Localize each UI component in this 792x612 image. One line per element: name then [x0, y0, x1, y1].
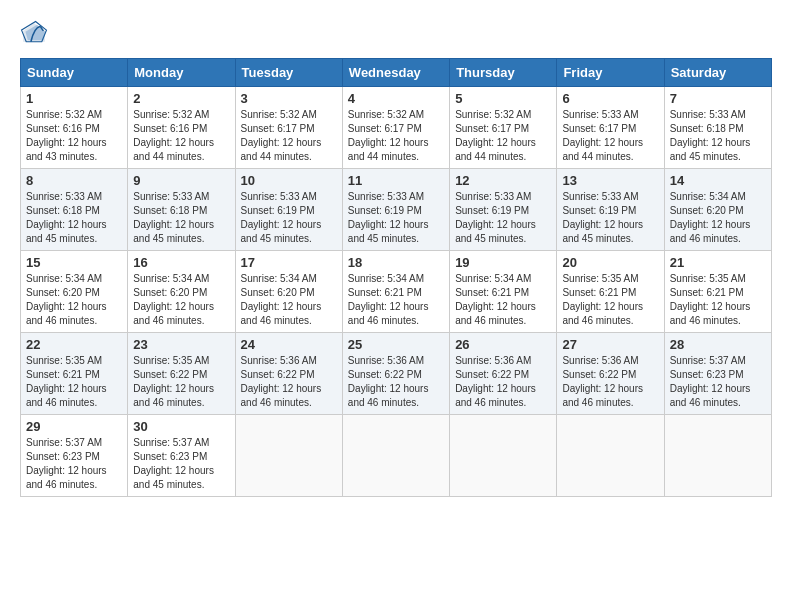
calendar-empty-cell — [664, 415, 771, 497]
calendar-empty-cell — [450, 415, 557, 497]
day-info: Sunrise: 5:32 AM Sunset: 6:17 PM Dayligh… — [348, 108, 444, 164]
calendar-day-cell: 30 Sunrise: 5:37 AM Sunset: 6:23 PM Dayl… — [128, 415, 235, 497]
weekday-header: Sunday — [21, 59, 128, 87]
day-info: Sunrise: 5:33 AM Sunset: 6:19 PM Dayligh… — [348, 190, 444, 246]
day-info: Sunrise: 5:33 AM Sunset: 6:18 PM Dayligh… — [670, 108, 766, 164]
day-info: Sunrise: 5:32 AM Sunset: 6:16 PM Dayligh… — [133, 108, 229, 164]
day-number: 16 — [133, 255, 229, 270]
calendar-day-cell: 5 Sunrise: 5:32 AM Sunset: 6:17 PM Dayli… — [450, 87, 557, 169]
calendar-day-cell: 10 Sunrise: 5:33 AM Sunset: 6:19 PM Dayl… — [235, 169, 342, 251]
logo-icon — [20, 20, 48, 48]
day-info: Sunrise: 5:36 AM Sunset: 6:22 PM Dayligh… — [455, 354, 551, 410]
day-number: 26 — [455, 337, 551, 352]
day-info: Sunrise: 5:33 AM Sunset: 6:19 PM Dayligh… — [241, 190, 337, 246]
calendar-day-cell: 18 Sunrise: 5:34 AM Sunset: 6:21 PM Dayl… — [342, 251, 449, 333]
day-number: 24 — [241, 337, 337, 352]
day-number: 3 — [241, 91, 337, 106]
calendar-day-cell: 28 Sunrise: 5:37 AM Sunset: 6:23 PM Dayl… — [664, 333, 771, 415]
day-number: 1 — [26, 91, 122, 106]
day-number: 5 — [455, 91, 551, 106]
calendar-day-cell: 19 Sunrise: 5:34 AM Sunset: 6:21 PM Dayl… — [450, 251, 557, 333]
calendar-day-cell: 7 Sunrise: 5:33 AM Sunset: 6:18 PM Dayli… — [664, 87, 771, 169]
day-info: Sunrise: 5:33 AM Sunset: 6:18 PM Dayligh… — [133, 190, 229, 246]
day-number: 12 — [455, 173, 551, 188]
day-number: 21 — [670, 255, 766, 270]
calendar-day-cell: 25 Sunrise: 5:36 AM Sunset: 6:22 PM Dayl… — [342, 333, 449, 415]
day-number: 7 — [670, 91, 766, 106]
day-number: 29 — [26, 419, 122, 434]
calendar-day-cell: 8 Sunrise: 5:33 AM Sunset: 6:18 PM Dayli… — [21, 169, 128, 251]
header — [20, 20, 772, 48]
calendar-week-row: 8 Sunrise: 5:33 AM Sunset: 6:18 PM Dayli… — [21, 169, 772, 251]
day-info: Sunrise: 5:36 AM Sunset: 6:22 PM Dayligh… — [348, 354, 444, 410]
day-number: 10 — [241, 173, 337, 188]
day-info: Sunrise: 5:35 AM Sunset: 6:21 PM Dayligh… — [670, 272, 766, 328]
weekday-header: Friday — [557, 59, 664, 87]
calendar-day-cell: 12 Sunrise: 5:33 AM Sunset: 6:19 PM Dayl… — [450, 169, 557, 251]
day-info: Sunrise: 5:32 AM Sunset: 6:17 PM Dayligh… — [455, 108, 551, 164]
day-number: 8 — [26, 173, 122, 188]
day-info: Sunrise: 5:33 AM Sunset: 6:19 PM Dayligh… — [562, 190, 658, 246]
calendar-day-cell: 6 Sunrise: 5:33 AM Sunset: 6:17 PM Dayli… — [557, 87, 664, 169]
calendar-empty-cell — [557, 415, 664, 497]
day-number: 19 — [455, 255, 551, 270]
calendar-day-cell: 11 Sunrise: 5:33 AM Sunset: 6:19 PM Dayl… — [342, 169, 449, 251]
calendar-day-cell: 2 Sunrise: 5:32 AM Sunset: 6:16 PM Dayli… — [128, 87, 235, 169]
day-number: 2 — [133, 91, 229, 106]
day-info: Sunrise: 5:35 AM Sunset: 6:21 PM Dayligh… — [26, 354, 122, 410]
calendar-day-cell: 29 Sunrise: 5:37 AM Sunset: 6:23 PM Dayl… — [21, 415, 128, 497]
day-info: Sunrise: 5:36 AM Sunset: 6:22 PM Dayligh… — [241, 354, 337, 410]
day-info: Sunrise: 5:33 AM Sunset: 6:18 PM Dayligh… — [26, 190, 122, 246]
day-number: 23 — [133, 337, 229, 352]
calendar-day-cell: 20 Sunrise: 5:35 AM Sunset: 6:21 PM Dayl… — [557, 251, 664, 333]
day-info: Sunrise: 5:34 AM Sunset: 6:20 PM Dayligh… — [133, 272, 229, 328]
weekday-header: Wednesday — [342, 59, 449, 87]
weekday-header: Saturday — [664, 59, 771, 87]
day-info: Sunrise: 5:37 AM Sunset: 6:23 PM Dayligh… — [26, 436, 122, 492]
calendar-day-cell: 27 Sunrise: 5:36 AM Sunset: 6:22 PM Dayl… — [557, 333, 664, 415]
day-number: 30 — [133, 419, 229, 434]
day-number: 6 — [562, 91, 658, 106]
day-info: Sunrise: 5:37 AM Sunset: 6:23 PM Dayligh… — [670, 354, 766, 410]
calendar-day-cell: 15 Sunrise: 5:34 AM Sunset: 6:20 PM Dayl… — [21, 251, 128, 333]
day-number: 28 — [670, 337, 766, 352]
day-info: Sunrise: 5:35 AM Sunset: 6:21 PM Dayligh… — [562, 272, 658, 328]
calendar-day-cell: 17 Sunrise: 5:34 AM Sunset: 6:20 PM Dayl… — [235, 251, 342, 333]
calendar-day-cell: 13 Sunrise: 5:33 AM Sunset: 6:19 PM Dayl… — [557, 169, 664, 251]
day-info: Sunrise: 5:36 AM Sunset: 6:22 PM Dayligh… — [562, 354, 658, 410]
day-number: 14 — [670, 173, 766, 188]
day-info: Sunrise: 5:33 AM Sunset: 6:19 PM Dayligh… — [455, 190, 551, 246]
day-info: Sunrise: 5:37 AM Sunset: 6:23 PM Dayligh… — [133, 436, 229, 492]
day-number: 20 — [562, 255, 658, 270]
calendar-week-row: 22 Sunrise: 5:35 AM Sunset: 6:21 PM Dayl… — [21, 333, 772, 415]
day-number: 15 — [26, 255, 122, 270]
calendar-week-row: 29 Sunrise: 5:37 AM Sunset: 6:23 PM Dayl… — [21, 415, 772, 497]
weekday-header: Tuesday — [235, 59, 342, 87]
calendar-day-cell: 21 Sunrise: 5:35 AM Sunset: 6:21 PM Dayl… — [664, 251, 771, 333]
calendar-week-row: 1 Sunrise: 5:32 AM Sunset: 6:16 PM Dayli… — [21, 87, 772, 169]
day-number: 13 — [562, 173, 658, 188]
calendar-empty-cell — [235, 415, 342, 497]
day-info: Sunrise: 5:32 AM Sunset: 6:16 PM Dayligh… — [26, 108, 122, 164]
day-info: Sunrise: 5:34 AM Sunset: 6:20 PM Dayligh… — [670, 190, 766, 246]
day-info: Sunrise: 5:34 AM Sunset: 6:20 PM Dayligh… — [26, 272, 122, 328]
day-number: 9 — [133, 173, 229, 188]
calendar-day-cell: 23 Sunrise: 5:35 AM Sunset: 6:22 PM Dayl… — [128, 333, 235, 415]
calendar-day-cell: 22 Sunrise: 5:35 AM Sunset: 6:21 PM Dayl… — [21, 333, 128, 415]
calendar-day-cell: 1 Sunrise: 5:32 AM Sunset: 6:16 PM Dayli… — [21, 87, 128, 169]
day-number: 18 — [348, 255, 444, 270]
calendar-day-cell: 9 Sunrise: 5:33 AM Sunset: 6:18 PM Dayli… — [128, 169, 235, 251]
calendar-empty-cell — [342, 415, 449, 497]
calendar-day-cell: 16 Sunrise: 5:34 AM Sunset: 6:20 PM Dayl… — [128, 251, 235, 333]
day-number: 4 — [348, 91, 444, 106]
day-number: 25 — [348, 337, 444, 352]
calendar-day-cell: 3 Sunrise: 5:32 AM Sunset: 6:17 PM Dayli… — [235, 87, 342, 169]
day-info: Sunrise: 5:34 AM Sunset: 6:20 PM Dayligh… — [241, 272, 337, 328]
day-number: 22 — [26, 337, 122, 352]
day-number: 27 — [562, 337, 658, 352]
day-number: 11 — [348, 173, 444, 188]
calendar-header-row: SundayMondayTuesdayWednesdayThursdayFrid… — [21, 59, 772, 87]
calendar-week-row: 15 Sunrise: 5:34 AM Sunset: 6:20 PM Dayl… — [21, 251, 772, 333]
logo — [20, 20, 52, 48]
day-info: Sunrise: 5:34 AM Sunset: 6:21 PM Dayligh… — [455, 272, 551, 328]
